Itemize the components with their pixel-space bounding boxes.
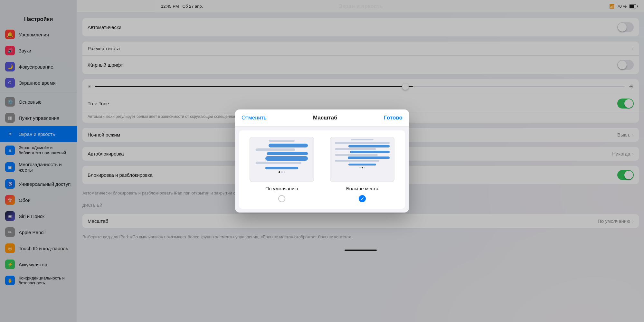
scale-dialog: Отменить Масштаб Готово — [235, 109, 409, 213]
dialog-title: Масштаб — [313, 115, 337, 121]
dialog-overlay[interactable]: Отменить Масштаб Готово — [0, 0, 644, 322]
option-preview-default — [250, 137, 314, 182]
dialog-header: Отменить Масштаб Готово — [235, 109, 409, 127]
dialog-option-more[interactable]: Больше места — [326, 137, 399, 202]
dialog-options: По умолчанию — [245, 137, 399, 202]
option-more-label: Больше места — [346, 186, 378, 191]
option-default-radio[interactable] — [278, 195, 285, 202]
dialog-option-default[interactable]: По умолчанию — [245, 137, 318, 202]
option-more-radio[interactable] — [359, 195, 366, 202]
dialog-body: По умолчанию — [239, 130, 405, 209]
dialog-done-button[interactable]: Готово — [384, 115, 402, 121]
option-preview-more — [330, 137, 394, 182]
option-default-label: По умолчанию — [265, 186, 298, 191]
dialog-cancel-button[interactable]: Отменить — [242, 115, 267, 121]
